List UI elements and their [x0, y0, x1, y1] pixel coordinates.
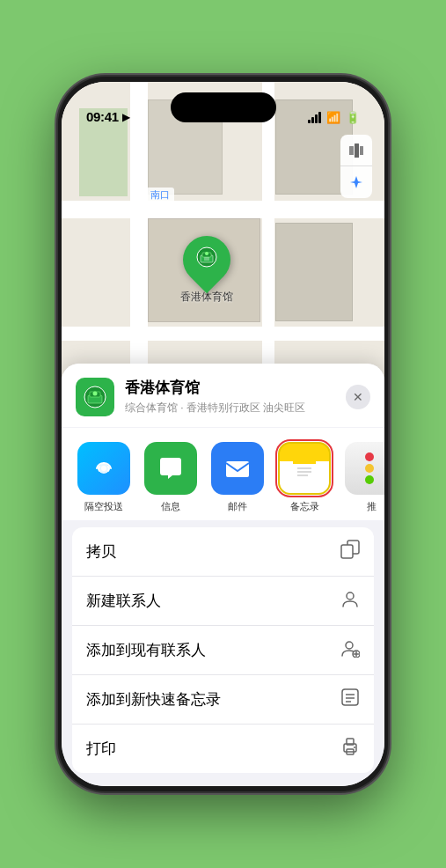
action-print-label: 打印: [86, 739, 116, 759]
svg-rect-14: [226, 461, 249, 477]
status-time: 09:41: [86, 109, 119, 124]
mail-label: 邮件: [228, 500, 247, 513]
share-item-airdrop[interactable]: 隔空投送: [76, 442, 132, 513]
svg-point-23: [347, 592, 354, 600]
svg-point-24: [346, 642, 353, 649]
share-item-messages[interactable]: 信息: [143, 442, 199, 513]
venue-header: 香港体育馆 综合体育馆 · 香港特别行政区 油尖旺区 ✕: [62, 364, 384, 427]
share-item-notes[interactable]: 备忘录: [276, 442, 333, 513]
venue-info: 香港体育馆 综合体育馆 · 香港特别行政区 油尖旺区: [125, 379, 346, 415]
close-button[interactable]: ✕: [346, 385, 370, 409]
svg-rect-28: [342, 689, 358, 705]
location-button[interactable]: [340, 166, 372, 198]
action-copy-label: 拷贝: [86, 541, 116, 562]
action-quick-note-label: 添加到新快速备忘录: [86, 689, 221, 710]
map-label: 南口: [146, 188, 174, 202]
map-type-button[interactable]: [340, 135, 372, 166]
action-add-contact[interactable]: 添加到现有联系人: [72, 626, 374, 675]
action-add-contact-label: 添加到现有联系人: [86, 640, 206, 660]
messages-icon: [144, 442, 197, 495]
action-copy[interactable]: 拷贝: [72, 527, 374, 577]
pin-inner-icon: [195, 246, 218, 274]
airdrop-icon: [77, 442, 130, 495]
svg-point-11: [93, 392, 98, 396]
add-contact-icon: [340, 638, 360, 662]
phone-frame: 09:41 ▶ 📶 🔋: [58, 77, 388, 791]
action-quick-note[interactable]: 添加到新快速备忘录: [72, 675, 374, 725]
action-list: 拷贝 新建联系人: [72, 527, 374, 773]
mail-icon: [211, 442, 264, 495]
print-icon: [340, 737, 360, 761]
svg-rect-22: [341, 545, 353, 558]
more-icon: [345, 442, 384, 495]
share-item-more[interactable]: 推: [343, 442, 384, 513]
map-controls: [340, 135, 372, 198]
dynamic-island: [171, 92, 276, 122]
battery-icon: 🔋: [346, 111, 360, 124]
svg-point-35: [354, 747, 355, 748]
pin-circle: [173, 226, 240, 293]
svg-rect-1: [355, 143, 359, 158]
share-item-mail[interactable]: 邮件: [209, 442, 266, 513]
svg-rect-7: [204, 257, 209, 261]
svg-rect-0: [349, 146, 354, 155]
action-print[interactable]: 打印: [72, 725, 374, 773]
notes-label: 备忘录: [290, 500, 319, 513]
notes-icon: [278, 442, 331, 495]
airdrop-label: 隔空投送: [84, 500, 123, 513]
messages-label: 信息: [161, 500, 180, 513]
action-new-contact-label: 新建联系人: [86, 591, 161, 611]
venue-subtitle: 综合体育馆 · 香港特别行政区 油尖旺区: [125, 401, 346, 416]
copy-icon: [340, 540, 360, 563]
bottom-sheet: 香港体育馆 综合体育馆 · 香港特别行政区 油尖旺区 ✕: [62, 364, 384, 786]
more-label: 推: [367, 500, 377, 513]
svg-rect-2: [360, 146, 363, 155]
phone-screen: 09:41 ▶ 📶 🔋: [62, 82, 384, 786]
new-contact-icon: [340, 589, 360, 613]
wifi-icon: 📶: [326, 111, 340, 124]
share-row: 隔空投送 信息: [62, 428, 384, 520]
svg-point-13: [101, 466, 106, 471]
venue-icon: [76, 378, 114, 416]
status-icons: 📶 🔋: [308, 111, 360, 124]
location-arrow-icon: ▶: [122, 111, 130, 123]
signal-bars-icon: [308, 112, 321, 123]
venue-name: 香港体育馆: [125, 379, 346, 398]
action-new-contact[interactable]: 新建联系人: [72, 577, 374, 626]
quick-note-icon: [340, 688, 360, 711]
svg-point-6: [205, 252, 208, 255]
location-pin: 香港体育馆: [180, 236, 233, 305]
